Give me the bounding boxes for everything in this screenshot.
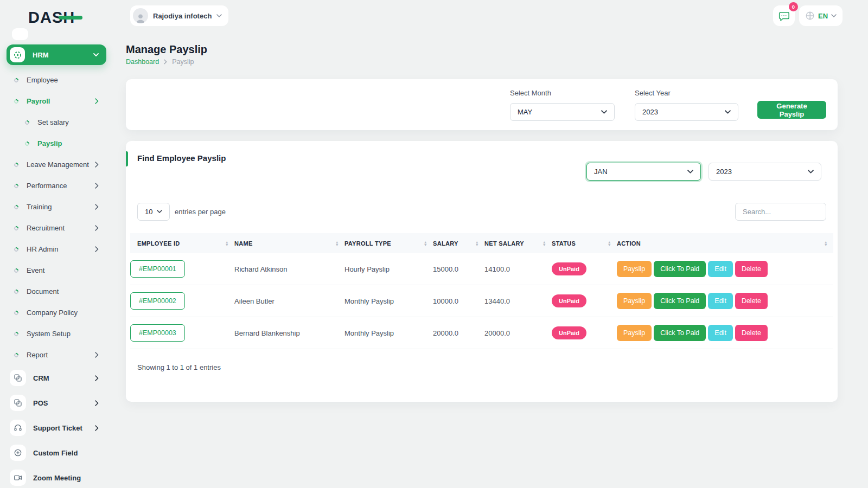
sidebar-item-payslip[interactable]: Payslip [0, 133, 115, 154]
sort-icon: ▲▼ [475, 241, 479, 246]
edit-button[interactable]: Edit [708, 293, 733, 309]
chevron-down-icon [808, 170, 814, 174]
payslip-button[interactable]: Payslip [617, 325, 652, 341]
sidebar-item-pos[interactable]: POS [0, 390, 115, 415]
language-selector[interactable]: EN [799, 5, 843, 26]
chevron-down-icon [725, 110, 731, 114]
column-header-net-salary[interactable]: NET SALARY▲▼ [484, 233, 552, 253]
sidebar-item-set-salary[interactable]: Set salary [0, 112, 115, 133]
delete-button[interactable]: Delete [735, 325, 768, 341]
sidebar-item-label: Document [27, 287, 59, 296]
sort-icon: ▲▼ [335, 241, 339, 246]
sidebar-item-support-ticket[interactable]: Support Ticket [0, 415, 115, 440]
chevron-down-icon [157, 210, 162, 214]
payslip-button[interactable]: Payslip [617, 261, 652, 277]
sidebar-item-system-setup[interactable]: System Setup [0, 323, 115, 344]
sidebar-item-label: Zoom Meeting [33, 474, 81, 482]
sidebar-item-employee[interactable]: Employee [0, 69, 115, 91]
logo-dash-icon [59, 16, 82, 20]
employee-id-button[interactable]: #EMP00001 [130, 260, 185, 278]
sidebar-item-custom-field[interactable]: Custom Field [0, 440, 115, 465]
sidebar-item-report[interactable]: Report [0, 344, 115, 365]
breadcrumb: Dashboard Payslip [126, 58, 194, 66]
language-label: EN [818, 12, 828, 20]
column-header-salary[interactable]: SALARY▲▼ [433, 233, 484, 253]
column-header-status[interactable]: STATUS▲▼ [552, 233, 617, 253]
month-select[interactable]: MAY [510, 103, 615, 121]
chevron-right-icon [95, 400, 99, 406]
sidebar-item-company-policy[interactable]: Company Policy [0, 302, 115, 323]
sidebar-item-label: CRM [33, 374, 49, 382]
column-header-employee-id[interactable]: EMPLOYEE ID▲▼ [130, 233, 234, 253]
payslip-button[interactable]: Payslip [617, 293, 652, 309]
sidebar-item-training[interactable]: Training [0, 196, 115, 217]
globe-icon [805, 11, 815, 21]
click-to-paid-button[interactable]: Click To Paid [654, 293, 706, 309]
find-year-select[interactable]: 2023 [709, 163, 821, 181]
app-logo[interactable]: DASH [28, 8, 75, 27]
chevron-right-icon [95, 162, 99, 168]
search-input[interactable] [735, 203, 826, 221]
bullet-icon [13, 331, 19, 337]
sidebar-item-payroll[interactable]: Payroll [0, 91, 115, 112]
sidebar-item-hr-admin[interactable]: HR Admin [0, 239, 115, 260]
status-badge: UnPaid [552, 262, 586, 275]
avatar [133, 8, 148, 23]
find-year-value: 2023 [716, 168, 732, 176]
chevron-right-icon [95, 425, 99, 431]
sidebar-item-hrm[interactable]: HRM [7, 44, 106, 65]
column-header-name[interactable]: NAME▲▼ [234, 233, 344, 253]
sidebar-item-zoom-meeting[interactable]: Zoom Meeting [0, 465, 115, 488]
generate-payslip-button[interactable]: Generate Payslip [757, 101, 826, 119]
sidebar-item-label: Company Policy [27, 309, 78, 317]
find-payslip-title: Find Employee Payslip [137, 153, 226, 163]
find-month-select[interactable]: JAN [586, 163, 701, 181]
month-select-value: MAY [518, 108, 532, 116]
column-header-payroll-type[interactable]: PAYROLL TYPE▲▼ [344, 233, 433, 253]
workspace-switcher[interactable]: Rajodiya infotech [130, 5, 228, 26]
find-month-value: JAN [594, 168, 608, 176]
year-select[interactable]: 2023 [635, 103, 738, 121]
sidebar-item-label: POS [33, 399, 48, 407]
boxes-icon [10, 370, 26, 386]
employee-id-button[interactable]: #EMP00003 [130, 324, 185, 342]
sidebar-item-label: Event [27, 266, 44, 274]
sidebar-item-crm[interactable]: CRM [0, 365, 115, 390]
find-payslip-card: Find Employee Payslip JAN 2023 10 entrie… [126, 141, 838, 402]
video-camera-icon [10, 470, 26, 486]
edit-button[interactable]: Edit [708, 325, 733, 341]
cell-salary: 20000.0 [433, 317, 484, 349]
bullet-icon [13, 162, 19, 168]
sidebar-item-label: Set salary [37, 118, 69, 126]
sidebar-item-leave-management[interactable]: Leave Management [0, 154, 115, 175]
table-row: #EMP00001 [130, 253, 234, 285]
bullet-icon [13, 246, 19, 252]
column-header-action[interactable]: ACTION▲▼ [617, 233, 833, 253]
sidebar-item-label: Leave Management [27, 160, 89, 169]
delete-button[interactable]: Delete [735, 293, 768, 309]
entries-per-page-label: entries per page [175, 208, 226, 216]
click-to-paid-button[interactable]: Click To Paid [654, 325, 706, 341]
sidebar-item-performance[interactable]: Performance [0, 175, 115, 196]
edit-button[interactable]: Edit [708, 261, 733, 277]
sidebar-item-label: Payslip [37, 139, 62, 147]
delete-button[interactable]: Delete [735, 261, 768, 277]
chevron-right-icon [95, 352, 99, 358]
cell-net-salary: 20000.0 [484, 317, 552, 349]
table-row: #EMP00003 [130, 317, 234, 349]
cell-name: Bernard Blankenship [234, 317, 344, 349]
sidebar-item-event[interactable]: Event [0, 260, 115, 281]
notifications-button[interactable]: 0 [773, 5, 795, 26]
sort-icon: ▲▼ [542, 241, 546, 246]
sort-icon: ▲▼ [424, 241, 427, 246]
chevron-right-icon [95, 225, 99, 231]
select-year-label: Select Year [635, 89, 671, 97]
cell-net-salary: 14100.0 [484, 253, 552, 285]
sidebar-item-document[interactable]: Document [0, 281, 115, 302]
sidebar-item-recruitment[interactable]: Recruitment [0, 217, 115, 239]
employee-id-button[interactable]: #EMP00002 [130, 292, 185, 310]
sidebar-item-label: Employee [27, 76, 58, 84]
click-to-paid-button[interactable]: Click To Paid [654, 261, 706, 277]
page-size-select[interactable]: 10 [137, 203, 170, 221]
breadcrumb-dashboard-link[interactable]: Dashboard [126, 58, 159, 66]
